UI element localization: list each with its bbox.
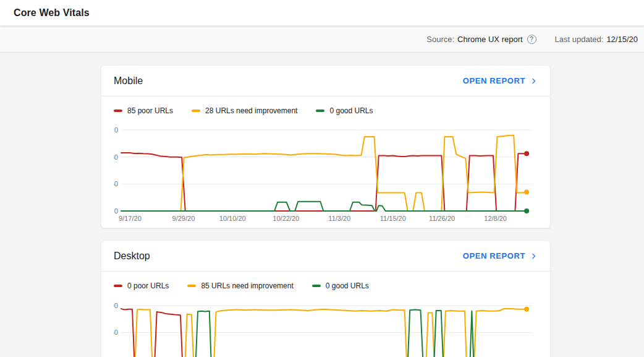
legend-item: 0 good URLs <box>312 282 369 290</box>
y-axis-label: 60 <box>114 329 118 336</box>
mobile-card: Mobile OPEN REPORT 85 poor URLs28 URLs n… <box>101 65 551 228</box>
source-label: Source: <box>426 35 454 44</box>
x-axis-label: 11/26/20 <box>429 215 455 222</box>
legend-item: 28 URLs need improvement <box>192 106 297 115</box>
desktop-legend: 0 poor URLs85 URLs need improvement0 goo… <box>101 272 550 296</box>
x-axis-label: 11/3/20 <box>328 215 350 222</box>
legend-item: 85 poor URLs <box>114 106 173 115</box>
series-end-dot <box>524 189 529 194</box>
y-axis-label: 90 <box>114 302 118 309</box>
mobile-open-report-label: OPEN REPORT <box>463 76 525 85</box>
y-axis-label: 0 <box>114 207 118 215</box>
legend-label: 0 poor URLs <box>127 282 169 290</box>
page-title: Core Web Vitals <box>14 7 90 19</box>
last-updated-label: Last updated: <box>555 35 604 44</box>
legend-swatch-icon <box>192 110 200 112</box>
series-end-dot <box>524 151 529 156</box>
y-axis-label: 80 <box>114 153 118 161</box>
last-updated-group: Last updated: 12/15/20 <box>555 35 638 44</box>
mobile-card-title: Mobile <box>114 75 143 87</box>
legend-swatch-icon <box>114 110 122 112</box>
desktop-card-header: Desktop OPEN REPORT <box>101 241 550 272</box>
series-end-dot <box>524 307 529 312</box>
help-circle-icon[interactable]: ? <box>527 35 536 44</box>
series-line <box>121 135 527 211</box>
mobile-legend: 85 poor URLs28 URLs need improvement0 go… <box>101 97 550 121</box>
legend-swatch-icon <box>316 110 324 112</box>
mobile-chart[interactable]: 040801209/17/209/29/2010/10/2010/22/2011… <box>101 121 550 228</box>
desktop-card-title: Desktop <box>114 251 150 262</box>
mobile-card-header: Mobile OPEN REPORT <box>101 66 550 97</box>
legend-label: 0 good URLs <box>329 106 373 115</box>
source-value: Chrome UX report <box>457 35 522 44</box>
legend-swatch-icon <box>114 285 122 287</box>
legend-label: 85 poor URLs <box>127 106 173 115</box>
x-axis-label: 9/29/20 <box>172 215 195 222</box>
x-axis-label: 10/10/20 <box>219 215 246 222</box>
source-group: Source: Chrome UX report ? <box>426 35 536 44</box>
legend-label: 85 URLs need improvement <box>201 282 293 290</box>
desktop-open-report-link[interactable]: OPEN REPORT <box>463 251 538 260</box>
desktop-chart-svg: 6090 <box>114 296 539 357</box>
desktop-card: Desktop OPEN REPORT 0 poor URLs85 URLs n… <box>101 240 551 357</box>
legend-swatch-icon <box>187 285 196 287</box>
legend-label: 28 URLs need improvement <box>205 106 297 115</box>
legend-swatch-icon <box>312 285 321 287</box>
series-line <box>121 202 527 211</box>
series-end-dot <box>524 209 529 213</box>
y-axis-label: 120 <box>114 126 118 134</box>
last-updated-value: 12/15/20 <box>606 35 638 44</box>
legend-item: 0 good URLs <box>316 106 373 115</box>
mobile-chart-svg: 040801209/17/209/29/2010/10/2010/22/2011… <box>114 121 539 228</box>
chevron-right-icon <box>530 77 538 85</box>
legend-item: 85 URLs need improvement <box>187 282 293 290</box>
mobile-open-report-link[interactable]: OPEN REPORT <box>463 76 538 85</box>
x-axis-label: 12/8/20 <box>484 215 507 222</box>
desktop-chart[interactable]: 6090 <box>101 296 550 357</box>
legend-item: 0 poor URLs <box>114 282 169 290</box>
meta-bar: Source: Chrome UX report ? Last updated:… <box>0 26 644 53</box>
legend-label: 0 good URLs <box>326 282 369 290</box>
desktop-open-report-label: OPEN REPORT <box>463 251 525 260</box>
main-content: Mobile OPEN REPORT 85 poor URLs28 URLs n… <box>0 53 644 357</box>
x-axis-label: 10/22/20 <box>273 215 299 222</box>
y-axis-label: 40 <box>114 180 118 187</box>
x-axis-label: 9/17/20 <box>119 215 142 222</box>
app-bar: Core Web Vitals <box>0 0 644 26</box>
chevron-right-icon <box>530 252 538 260</box>
x-axis-label: 11/15/20 <box>380 215 406 222</box>
